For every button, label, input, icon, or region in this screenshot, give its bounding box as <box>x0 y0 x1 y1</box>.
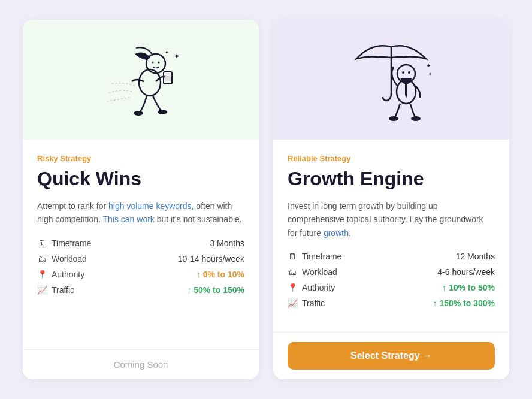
metric-value-traffic-2: ↑ 150% to 300% <box>433 298 495 308</box>
metric-label-workload-1: 🗂 Workload <box>37 254 87 264</box>
svg-point-6 <box>134 111 143 116</box>
metric-value-timeframe-2: 12 Months <box>456 252 495 261</box>
quick-wins-highlight-2: This can work <box>102 214 154 224</box>
growth-engine-card: ✦ ✦ Reliable Strategy Growth Engine Inve… <box>273 20 509 379</box>
metric-text-workload-1: Workload <box>52 254 87 264</box>
metric-label-traffic-1: 📈 Traffic <box>37 285 74 295</box>
quick-wins-illustration: ✦ ✦ <box>23 20 259 140</box>
svg-text:✦: ✦ <box>426 62 431 69</box>
metric-text-workload-2: Workload <box>302 267 337 277</box>
svg-point-12 <box>402 71 404 74</box>
svg-point-16 <box>411 116 421 121</box>
quick-wins-svg: ✦ ✦ <box>87 29 195 131</box>
metric-text-traffic-1: Traffic <box>52 285 74 295</box>
metric-value-authority-1: ↑ 0% to 10% <box>197 270 244 279</box>
metric-label-traffic-2: 📈 Traffic <box>288 298 325 308</box>
metric-label-workload-2: 🗂 Workload <box>288 267 337 277</box>
authority-icon-1: 📍 <box>37 270 47 279</box>
metric-row-authority-2: 📍 Authority ↑ 10% to 50% <box>288 283 495 292</box>
metric-row-traffic-2: 📈 Traffic ↑ 150% to 300% <box>288 298 495 308</box>
svg-text:✦: ✦ <box>428 72 432 76</box>
svg-text:✦: ✦ <box>165 50 169 55</box>
metric-value-authority-2: ↑ 10% to 50% <box>442 283 495 292</box>
metric-label-timeframe-2: 🗓 Timeframe <box>288 252 341 261</box>
growth-engine-svg: ✦ ✦ <box>337 29 445 131</box>
svg-point-2 <box>152 62 154 64</box>
growth-engine-metrics: 🗓 Timeframe 12 Months 🗂 Workload 4-6 hou… <box>288 252 495 308</box>
cards-container: ✦ ✦ Risky Strategy Quick Wins Attempt to… <box>8 5 524 394</box>
metric-value-traffic-1: ↑ 50% to 150% <box>187 285 244 295</box>
quick-wins-title: Quick Wins <box>37 168 244 190</box>
metric-text-traffic-2: Traffic <box>302 298 325 308</box>
metric-row-authority-1: 📍 Authority ↑ 0% to 10% <box>37 270 244 279</box>
coming-soon-label: Coming Soon <box>114 359 168 370</box>
calendar-icon-1: 🗓 <box>37 238 47 248</box>
metric-value-workload-2: 4-6 hours/week <box>437 267 495 277</box>
growth-engine-body: Reliable Strategy Growth Engine Invest i… <box>273 140 509 332</box>
metric-row-workload-2: 🗂 Workload 4-6 hours/week <box>288 267 495 277</box>
select-strategy-button[interactable]: Select Strategy → <box>288 342 495 370</box>
quick-wins-metrics: 🗓 Timeframe 3 Months 🗂 Workload 10-14 ho… <box>37 238 244 295</box>
metric-value-workload-1: 10-14 hours/week <box>178 254 244 264</box>
growth-engine-description: Invest in long term growth by building u… <box>288 200 495 240</box>
authority-icon-2: 📍 <box>288 283 297 292</box>
quick-wins-card: ✦ ✦ Risky Strategy Quick Wins Attempt to… <box>23 20 259 379</box>
svg-point-7 <box>158 110 167 114</box>
quick-wins-footer: Coming Soon <box>23 349 259 379</box>
metric-text-authority-2: Authority <box>302 283 335 292</box>
metric-label-timeframe-1: 🗓 Timeframe <box>37 238 91 248</box>
quick-wins-description: Attempt to rank for high volume keywords… <box>37 200 244 226</box>
workload-icon-2: 🗂 <box>288 267 297 277</box>
quick-wins-highlight-1: high volume keywords, <box>108 201 194 211</box>
metric-row-traffic-1: 📈 Traffic ↑ 50% to 150% <box>37 285 244 295</box>
metric-row-timeframe-2: 🗓 Timeframe 12 Months <box>288 252 495 261</box>
svg-point-14 <box>391 66 394 70</box>
workload-icon-1: 🗂 <box>37 254 47 264</box>
traffic-icon-2: 📈 <box>288 298 297 308</box>
growth-engine-illustration: ✦ ✦ <box>273 20 509 140</box>
growth-engine-highlight: growth <box>324 228 349 238</box>
metric-value-timeframe-1: 3 Months <box>210 238 244 248</box>
growth-engine-strategy-type: Reliable Strategy <box>288 154 495 163</box>
metric-label-authority-2: 📍 Authority <box>288 283 335 292</box>
metric-text-authority-1: Authority <box>52 270 84 279</box>
svg-rect-5 <box>165 73 171 81</box>
svg-point-3 <box>158 62 160 64</box>
traffic-icon-1: 📈 <box>37 285 47 295</box>
quick-wins-strategy-type: Risky Strategy <box>37 154 244 163</box>
metric-label-authority-1: 📍 Authority <box>37 270 84 279</box>
svg-point-13 <box>408 71 410 74</box>
growth-engine-title: Growth Engine <box>288 168 495 190</box>
svg-text:✦: ✦ <box>174 52 180 61</box>
metric-text-timeframe-1: Timeframe <box>52 238 91 248</box>
metric-row-workload-1: 🗂 Workload 10-14 hours/week <box>37 254 244 264</box>
metric-row-timeframe-1: 🗓 Timeframe 3 Months <box>37 238 244 248</box>
calendar-icon-2: 🗓 <box>288 252 297 261</box>
quick-wins-body: Risky Strategy Quick Wins Attempt to ran… <box>23 140 259 349</box>
growth-engine-footer[interactable]: Select Strategy → <box>273 332 509 379</box>
svg-point-15 <box>389 116 398 121</box>
metric-text-timeframe-2: Timeframe <box>302 252 341 261</box>
